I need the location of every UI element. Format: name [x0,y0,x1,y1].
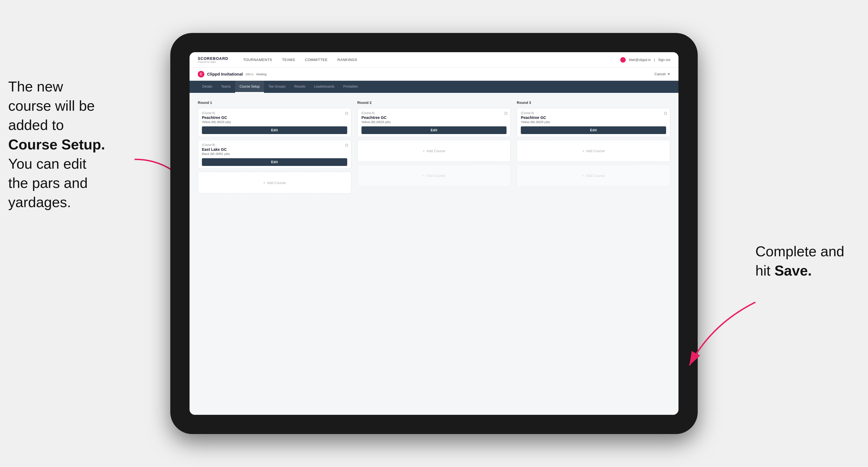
round3-course-a-edit-button[interactable]: Edit [521,126,666,134]
nav-separator: | [654,58,655,62]
nav-teams[interactable]: TEAMS [277,52,300,68]
user-email: blair@clippd.io [629,58,651,62]
round2-add-course-plus-icon: + [423,149,425,153]
cancel-button[interactable]: Cancel ✕ [655,72,670,76]
tablet-screen: SCOREBOARD Powered by clippd TOURNAMENTS… [189,52,679,415]
nav-links: TOURNAMENTS TEAMS COMMITTEE RANKINGS [238,52,620,68]
tournament-name: Clippd Invitational [207,72,243,76]
top-nav: SCOREBOARD Powered by clippd TOURNAMENTS… [189,52,679,68]
round1-course-a-name: Peachtree GC [202,115,347,120]
tab-printables[interactable]: Printables [339,81,362,93]
round1-add-course-plus-icon: + [263,181,265,185]
nav-rankings[interactable]: RANKINGS [333,52,362,68]
cancel-close-icon: ✕ [667,72,670,76]
round-3-label: Round 3 [517,100,670,105]
nav-committee[interactable]: COMMITTEE [300,52,333,68]
round1-course-a-card: (Course A) Peachtree GC Yellow (M) (6629… [198,108,351,137]
nav-tournaments[interactable]: TOURNAMENTS [238,52,277,68]
round2-course-a-edit-button[interactable]: Edit [362,126,507,134]
nav-right: blair@clippd.io | Sign out [620,57,670,63]
round1-course-b-card: (Course B) East Lake GC Black (M) (6891 … [198,140,351,169]
round-2-col: Round 2 (Course A) Peachtree GC Yellow (… [358,100,511,196]
round2-add-course-button[interactable]: + Add Course [358,140,511,162]
user-avatar-icon [620,57,626,63]
round3-course-a-name: Peachtree GC [521,115,666,120]
round2-course-a-tee: Yellow (M) (6629 yds) [362,120,507,124]
round2-course-a-badge: (Course A) [362,112,507,115]
round1-add-course-button[interactable]: + Add Course [198,172,351,194]
gender-badge: (Men) [246,72,253,76]
round1-course-b-delete-icon[interactable]: ⊡ [345,143,348,147]
round1-course-a-delete-icon[interactable]: ⊡ [345,111,348,115]
round1-course-b-badge: (Course B) [202,144,347,147]
round-3-col: Round 3 (Course A) Peachtree GC Yellow (… [517,100,670,196]
round-2-label: Round 2 [358,100,511,105]
round3-course-a-delete-icon[interactable]: ⊡ [664,111,667,115]
annotation-right: Complete and hit Save. [755,242,860,280]
tab-course-setup[interactable]: Course Setup [235,81,264,93]
round3-add-course-disabled: + Add Course [517,164,670,187]
round3-course-a-tee: Yellow (M) (6629 yds) [521,120,666,124]
course-setup-emphasis: Course Setup. [8,136,105,152]
rounds-grid: Round 1 (Course A) Peachtree GC Yellow (… [198,100,670,196]
save-emphasis: Save. [774,262,812,279]
tab-details[interactable]: Details [198,81,217,93]
annotation-left: The new course will be added to Course S… [8,77,134,212]
tournament-title: C Clippd Invitational (Men) Hosting [198,71,267,77]
tab-tee-groups[interactable]: Tee Groups [264,81,290,93]
round3-add-course-button[interactable]: + Add Course [517,140,670,162]
tab-bar: Details Teams Course Setup Tee Groups Re… [189,81,679,93]
round1-course-a-tee: Yellow (M) (6629 yds) [202,120,347,124]
c-logo-icon: C [198,71,205,77]
scoreboard-logo: SCOREBOARD Powered by clippd [198,56,228,63]
round2-course-a-name: Peachtree GC [362,115,507,120]
round2-course-a-delete-icon[interactable]: ⊡ [504,111,507,115]
round2-course-a-card: (Course A) Peachtree GC Yellow (M) (6629… [358,108,511,137]
tablet-device: SCOREBOARD Powered by clippd TOURNAMENTS… [170,33,698,434]
sign-out-link[interactable]: Sign out [658,58,670,62]
round1-course-a-edit-button[interactable]: Edit [202,126,347,134]
round-1-label: Round 1 [198,100,351,105]
round3-add-course-disabled-plus-icon: + [582,174,585,178]
tab-teams[interactable]: Teams [217,81,235,93]
logo-sub: Powered by clippd [198,61,228,63]
round1-course-a-badge: (Course A) [202,112,347,115]
round2-add-course-disabled: + Add Course [358,164,511,187]
tab-results[interactable]: Results [290,81,310,93]
round1-course-b-edit-button[interactable]: Edit [202,158,347,166]
sub-header: C Clippd Invitational (Men) Hosting Canc… [189,68,679,81]
round3-course-a-card: (Course A) Peachtree GC Yellow (M) (6629… [517,108,670,137]
round3-add-course-plus-icon: + [582,149,585,153]
round3-course-a-badge: (Course A) [521,112,666,115]
tab-leaderboards[interactable]: Leaderboards [310,81,339,93]
round1-course-b-name: East Lake GC [202,147,347,152]
round2-add-course-disabled-plus-icon: + [423,174,425,178]
round1-course-b-tee: Black (M) (6891 yds) [202,152,347,155]
main-content: Round 1 (Course A) Peachtree GC Yellow (… [189,93,679,415]
hosting-badge: Hosting [256,72,267,76]
logo-title: SCOREBOARD [198,56,228,61]
arrow-right-icon [684,297,761,374]
round-1-col: Round 1 (Course A) Peachtree GC Yellow (… [198,100,351,196]
